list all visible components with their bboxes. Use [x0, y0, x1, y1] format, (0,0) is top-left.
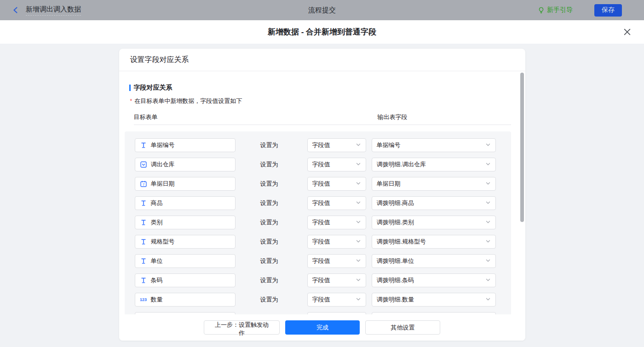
target-field-input[interactable]: 123数量	[135, 293, 236, 307]
field-mapping-row: 商品设置为字段值调拨明细.商品	[135, 196, 511, 210]
output-field-label: 单据编号	[377, 141, 401, 149]
value-type-select[interactable]: 字段值	[307, 216, 366, 229]
column-headers: 目标表单 输出表字段	[134, 113, 511, 120]
save-button[interactable]: 保存	[594, 4, 622, 17]
output-field-label: 调拨明细.条码	[377, 276, 414, 284]
value-type-select[interactable]: 字段值	[307, 177, 366, 191]
value-type-label: 字段值	[312, 296, 330, 304]
chevron-left-icon	[12, 6, 19, 14]
chevron-down-icon	[485, 238, 491, 246]
chevron-down-icon	[356, 180, 361, 188]
value-type-select[interactable]: 字段值	[307, 235, 366, 249]
field-mapping-row: 单据编号设置为字段值单据编号	[135, 138, 511, 152]
output-field-select[interactable]: 调拨明细.规格型号	[372, 235, 496, 249]
modal-title: 新增数据 - 合并新增到普通字段	[268, 27, 376, 37]
output-field-select[interactable]: 调拨明细.条码	[372, 273, 496, 287]
vertical-scrollbar[interactable]	[520, 73, 524, 222]
chevron-down-icon	[485, 199, 491, 207]
target-field-input[interactable]: 商品	[135, 196, 236, 210]
value-type-label: 字段值	[312, 141, 330, 149]
chevron-down-icon	[485, 141, 491, 149]
section-accent-bar	[129, 85, 131, 91]
value-type-label: 字段值	[312, 257, 330, 265]
field-mapping-row: 类别设置为字段值调拨明细.类别	[135, 216, 511, 229]
back-button[interactable]	[10, 5, 21, 16]
previous-step-button[interactable]: 上一步：设置触发动作	[204, 320, 280, 335]
target-field-input[interactable]: 单位	[135, 254, 236, 268]
output-field-label: 调拨明细.规格型号	[377, 238, 426, 246]
text-field-icon	[140, 219, 147, 226]
date-field-icon: 7	[140, 181, 147, 187]
output-field-select[interactable]: 调拨明细.商品	[372, 196, 496, 210]
target-field-input[interactable]: 类别	[135, 216, 236, 229]
finish-button[interactable]: 完成	[285, 320, 360, 335]
chevron-down-icon	[356, 141, 361, 149]
text-field-icon	[140, 142, 147, 148]
chevron-down-icon	[356, 276, 361, 284]
output-field-label: 调拨明细.单位	[377, 257, 414, 265]
chevron-down-icon	[485, 218, 491, 227]
output-field-select[interactable]: 调拨明细.类别	[372, 216, 496, 229]
output-field-select[interactable]: 调拨明细.单位	[372, 254, 496, 268]
value-type-select[interactable]: 字段值	[307, 196, 366, 210]
chevron-down-icon	[356, 296, 361, 304]
field-mapping-row: 123数量设置为字段值调拨明细.数量	[135, 293, 511, 307]
value-type-select[interactable]: 字段值	[307, 138, 366, 152]
output-field-label: 调拨明细.数量	[377, 296, 414, 304]
chevron-down-icon	[356, 257, 361, 265]
card-title: 设置字段对应关系	[119, 49, 525, 71]
field-mapping-row: 单位设置为字段值调拨明细.单位	[135, 254, 511, 268]
field-mapping-row: 调出仓库设置为字段值调拨明细.调出仓库	[135, 158, 511, 171]
output-field-select[interactable]: 调拨明细.调出仓库	[372, 158, 496, 171]
output-field-select[interactable]: 调拨明细.数量	[372, 293, 496, 307]
target-field-label: 条码	[151, 276, 163, 284]
set-as-label: 设置为	[260, 141, 307, 149]
required-asterisk: *	[130, 98, 132, 104]
chevron-down-icon	[356, 238, 361, 246]
set-as-label: 设置为	[260, 257, 307, 265]
field-mapping-row: 7单据日期设置为字段值单据日期	[135, 177, 511, 191]
value-type-label: 字段值	[312, 199, 330, 207]
target-field-input[interactable]: 规格型号	[135, 235, 236, 249]
close-icon	[623, 28, 631, 36]
modal-header: 新增数据 - 合并新增到普通字段	[0, 20, 644, 44]
hint-text: 在目标表单中新增数据，字段值设置如下	[134, 97, 242, 104]
target-field-label: 数量	[151, 296, 163, 304]
target-field-label: 单据编号	[151, 141, 175, 149]
text-field-icon	[140, 258, 147, 264]
target-field-input[interactable]: 调出仓库	[135, 158, 236, 171]
close-button[interactable]	[622, 27, 632, 37]
value-type-select[interactable]: 字段值	[307, 158, 366, 171]
text-field-icon	[140, 200, 147, 206]
target-field-label: 单位	[151, 257, 163, 265]
output-field-label: 调拨明细.类别	[377, 218, 414, 227]
set-as-label: 设置为	[260, 238, 307, 246]
value-type-select[interactable]: 字段值	[307, 293, 366, 307]
output-field-select[interactable]: 单据日期	[372, 177, 496, 191]
target-field-input[interactable]: 7单据日期	[135, 177, 236, 191]
value-type-select[interactable]: 字段值	[307, 273, 366, 287]
value-type-label: 字段值	[312, 160, 330, 169]
settings-card: 设置字段对应关系 字段对应关系 *在目标表单中新增数据，字段值设置如下 目标表单…	[119, 49, 525, 341]
value-type-select[interactable]: 字段值	[307, 254, 366, 268]
field-mapping-panel: 单据编号设置为字段值单据编号调出仓库设置为字段值调拨明细.调出仓库7单据日期设置…	[125, 131, 511, 314]
set-as-label: 设置为	[260, 276, 307, 284]
output-field-label: 单据日期	[377, 180, 401, 188]
header-divider	[134, 125, 511, 125]
text-field-icon	[140, 239, 147, 245]
field-mapping-row: 条码设置为字段值调拨明细.条码	[135, 273, 511, 287]
set-as-label: 设置为	[260, 160, 307, 169]
chevron-down-icon	[485, 276, 491, 284]
value-type-label: 字段值	[312, 218, 330, 227]
flow-title[interactable]: 新增调出调入数据	[26, 5, 81, 16]
target-field-input[interactable]: 条码	[135, 273, 236, 287]
set-as-label: 设置为	[260, 296, 307, 304]
target-field-input[interactable]: 单据编号	[135, 138, 236, 152]
chevron-down-icon	[485, 296, 491, 304]
output-field-select[interactable]: 单据编号	[372, 138, 496, 152]
set-as-label: 设置为	[260, 218, 307, 227]
select-field-icon	[140, 161, 147, 168]
newbie-guide-link[interactable]: 新手引导	[538, 6, 573, 14]
target-field-label: 类别	[151, 218, 163, 227]
other-settings-button[interactable]: 其他设置	[365, 320, 440, 335]
